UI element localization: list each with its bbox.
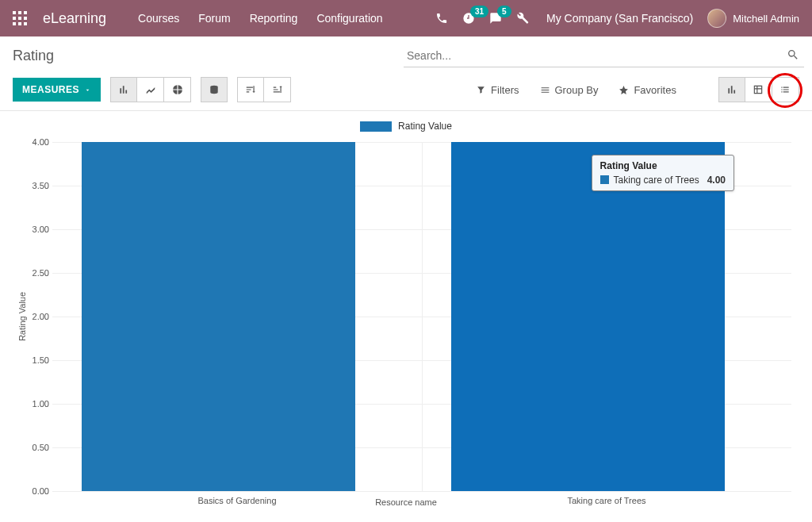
- groupby-label: Group By: [555, 84, 599, 96]
- y-tick: 0.50: [24, 443, 49, 452]
- chart-plot[interactable]: Rating Value 0.000.501.001.502.002.503.0…: [52, 142, 791, 491]
- chart-legend: Rating Value: [13, 117, 799, 142]
- chart-bar[interactable]: [451, 142, 725, 491]
- chart-bars: Basics of GardeningTaking care of Trees: [52, 142, 791, 491]
- y-tick: 3.00: [24, 225, 49, 234]
- filter-icon: [476, 85, 486, 95]
- measures-button[interactable]: MEASURES: [13, 78, 101, 102]
- svg-rect-6: [13, 22, 16, 25]
- stacked-icon[interactable]: [201, 77, 228, 102]
- x-tick-label: Basics of Gardening: [52, 491, 422, 505]
- page-title: Rating: [13, 48, 54, 64]
- apps-icon[interactable]: [13, 11, 27, 25]
- chart-area: Rating Value Rating Value 0.000.501.001.…: [0, 111, 812, 522]
- search-icon[interactable]: [787, 48, 799, 63]
- sort-group: [237, 77, 291, 102]
- view-switch: [718, 77, 799, 102]
- chart-type-group: [110, 77, 191, 102]
- filters-label: Filters: [491, 84, 519, 96]
- filter-menu: Filters Group By Favorites: [333, 84, 676, 96]
- favorites-label: Favorites: [634, 84, 676, 96]
- y-tick: 2.00: [24, 312, 49, 321]
- legend-swatch: [360, 121, 392, 132]
- measures-label: MEASURES: [22, 84, 79, 95]
- messages-icon[interactable]: 5: [489, 12, 502, 25]
- tooltip-title: Rating Value: [600, 160, 726, 171]
- stack-group: [201, 77, 228, 102]
- controlbar: MEASURES Filters Group By Favorites: [0, 69, 812, 111]
- sort-asc-icon[interactable]: [264, 77, 291, 102]
- y-tick: 1.50: [24, 355, 49, 365]
- svg-rect-2: [24, 11, 27, 14]
- phone-icon[interactable]: [435, 12, 448, 25]
- groupby-icon: [540, 85, 550, 95]
- chart-tooltip: Rating Value Taking care of Trees 4.00: [592, 155, 734, 191]
- avatar: [707, 9, 726, 28]
- activities-icon[interactable]: 31: [462, 12, 475, 25]
- y-tick: 2.50: [24, 268, 49, 278]
- svg-rect-8: [24, 22, 27, 25]
- activities-badge: 31: [470, 6, 488, 17]
- bar-chart-icon[interactable]: [110, 77, 137, 102]
- list-view-icon[interactable]: [772, 77, 799, 102]
- search-input[interactable]: [404, 44, 804, 67]
- user-name: Mitchell Admin: [733, 13, 799, 25]
- y-tick: 4.00: [24, 137, 49, 147]
- pivot-view-icon[interactable]: [745, 77, 772, 102]
- nav-menu: Courses Forum Reporting Configuration: [138, 12, 383, 25]
- y-tick: 0.00: [24, 486, 49, 496]
- svg-rect-1: [18, 11, 21, 14]
- tooltip-label: Taking care of Trees: [614, 175, 699, 186]
- svg-rect-4: [18, 17, 21, 20]
- svg-rect-7: [18, 22, 21, 25]
- graph-view-icon[interactable]: [718, 77, 745, 102]
- brand[interactable]: eLearning: [43, 10, 106, 27]
- sort-desc-icon[interactable]: [237, 77, 264, 102]
- svg-rect-0: [13, 11, 16, 14]
- tooltip-value: 4.00: [707, 175, 726, 186]
- subheader: Rating: [0, 36, 812, 69]
- nav-reporting[interactable]: Reporting: [250, 12, 298, 25]
- x-tick-label: Taking care of Trees: [422, 491, 791, 505]
- filters-button[interactable]: Filters: [476, 84, 519, 96]
- tools-icon[interactable]: [516, 12, 529, 25]
- messages-badge: 5: [497, 6, 511, 17]
- nav-courses[interactable]: Courses: [138, 12, 179, 25]
- svg-rect-5: [24, 17, 27, 20]
- y-tick: 1.00: [24, 399, 49, 409]
- favorites-button[interactable]: Favorites: [619, 84, 676, 96]
- groupby-button[interactable]: Group By: [540, 84, 599, 96]
- user-menu[interactable]: Mitchell Admin: [707, 9, 799, 28]
- pie-chart-icon[interactable]: [164, 77, 191, 102]
- company-switcher[interactable]: My Company (San Francisco): [546, 12, 693, 25]
- chart-bar[interactable]: [82, 142, 355, 491]
- systray: 31 5 My Company (San Francisco) Mitchell…: [435, 9, 799, 28]
- star-icon: [619, 85, 629, 95]
- tooltip-swatch: [600, 175, 609, 184]
- nav-forum[interactable]: Forum: [198, 12, 230, 25]
- legend-label: Rating Value: [398, 121, 452, 132]
- line-chart-icon[interactable]: [137, 77, 164, 102]
- nav-configuration[interactable]: Configuration: [316, 12, 382, 25]
- svg-rect-3: [13, 17, 16, 20]
- y-tick: 3.50: [24, 181, 49, 190]
- topbar: eLearning Courses Forum Reporting Config…: [0, 0, 812, 36]
